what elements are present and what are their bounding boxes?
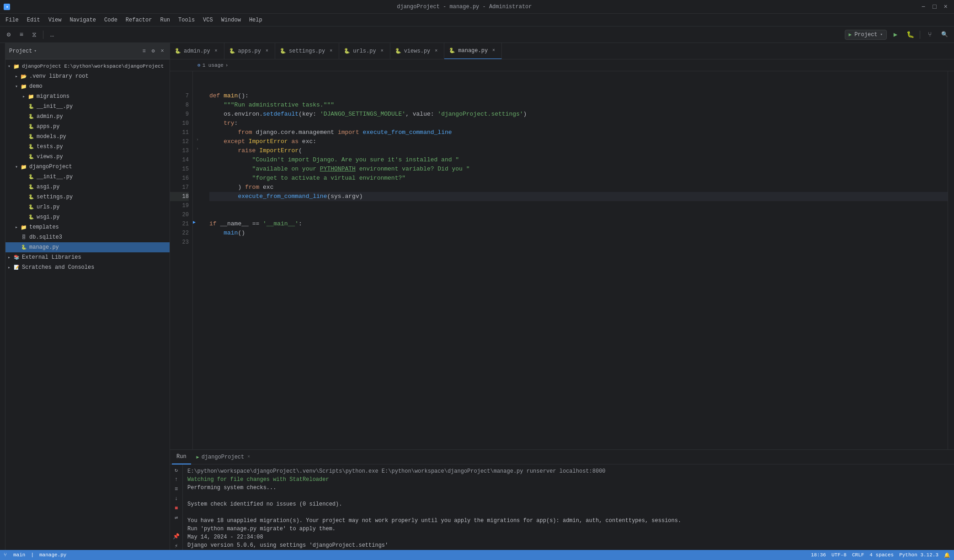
tree-item-tests[interactable]: ▸ 🐍 tests.py xyxy=(5,142,170,152)
terminal-stop-icon[interactable]: ■ xyxy=(172,504,181,512)
toolbar-more-icon[interactable]: … xyxy=(47,30,57,40)
terminal-down-icon[interactable]: ↓ xyxy=(172,495,181,502)
tree-item-admin[interactable]: ▸ 🐍 admin.py xyxy=(5,112,170,122)
menu-vcs[interactable]: VCS xyxy=(199,16,217,25)
tree-item-external[interactable]: ▸ 📚 External Libraries xyxy=(5,252,170,262)
run-config-dropdown[interactable]: ▶ Project ▾ xyxy=(845,30,887,40)
tree-item-asgi[interactable]: ▸ 🐍 asgi.py xyxy=(5,182,170,192)
tab-label-settings: settings.py xyxy=(289,48,325,54)
tab-close-apps[interactable]: × xyxy=(264,48,270,54)
toolbar-inspect-icon[interactable]: ⧖ xyxy=(29,30,39,40)
window-controls[interactable]: − □ × xyxy=(919,3,950,11)
menu-navigate[interactable]: Navigate xyxy=(66,16,100,25)
tree-label-external: External Libraries xyxy=(22,254,170,261)
panel-dropdown-arrow[interactable]: ▾ xyxy=(34,48,36,53)
tab-settings[interactable]: 🐍 settings.py × xyxy=(275,43,339,59)
tree-item-djangoproj[interactable]: ▾ 📁 djangoProject xyxy=(5,162,170,172)
minimize-button[interactable]: − xyxy=(919,3,928,11)
tab-apps[interactable]: 🐍 apps.py × xyxy=(224,43,275,59)
ln-11: 11 xyxy=(170,128,189,137)
menu-code[interactable]: Code xyxy=(101,16,121,25)
menu-file[interactable]: File xyxy=(2,16,22,25)
code-docstring: """Run administrative tasks.""" xyxy=(209,101,334,110)
menu-window[interactable]: Window xyxy=(218,16,245,25)
menu-edit[interactable]: Edit xyxy=(23,16,44,25)
usage-collapse-icon[interactable]: › xyxy=(225,63,229,68)
menu-help[interactable]: Help xyxy=(245,16,266,25)
tab-close-manage[interactable]: × xyxy=(490,48,497,54)
code-param-val: value xyxy=(413,110,431,119)
tab-close-admin[interactable]: × xyxy=(213,48,219,54)
terminal-filter-icon[interactable]: ⚡ xyxy=(172,542,181,550)
status-encoding[interactable]: UTF-8 xyxy=(831,552,847,558)
g-blank2 xyxy=(193,80,202,90)
status-line-sep[interactable]: CRLF xyxy=(852,552,864,558)
tab-close-settings[interactable]: × xyxy=(328,48,334,54)
tree-item-root[interactable]: ▾ 📁 djangoProject E:\python\workspace\dj… xyxy=(5,61,170,71)
terminal-wrap-icon[interactable]: ⇌ xyxy=(172,514,181,522)
tree-item-scratches[interactable]: ▸ 📝 Scratches and Consoles xyxy=(5,262,170,272)
terminal-up-icon[interactable]: ↑ xyxy=(172,476,181,484)
status-line-col[interactable]: 18:36 xyxy=(811,552,826,558)
tree-item-models[interactable]: ▸ 🐍 models.py xyxy=(5,132,170,142)
tab-urls[interactable]: 🐍 urls.py × xyxy=(339,43,390,59)
tree-item-venv[interactable]: ▸ 📂 .venv library root xyxy=(5,71,170,81)
tree-item-db[interactable]: ▸ 🗄 db.sqlite3 xyxy=(5,232,170,242)
code-line-14: "Couldn't import Django. Are you sure it… xyxy=(209,155,948,165)
code-django-settings: 'DJANGO_SETTINGS_MODULE' xyxy=(320,110,405,119)
panel-gear-icon[interactable]: ⚙ xyxy=(149,48,157,55)
tab-manage[interactable]: 🐍 manage.py × xyxy=(444,43,502,59)
status-notifications-icon[interactable]: 🔔 xyxy=(944,552,950,558)
menu-tools[interactable]: Tools xyxy=(175,16,198,25)
gutter-area: › › ▶ xyxy=(193,71,202,449)
tab-close-views[interactable]: × xyxy=(433,48,439,54)
tab-admin[interactable]: 🐍 admin.py × xyxy=(170,43,224,59)
tree-item-views[interactable]: ▸ 🐍 views.py xyxy=(5,152,170,162)
tree-item-init2[interactable]: ▸ 🐍 __init__.py xyxy=(5,172,170,182)
code-importerror2: ImportError xyxy=(259,146,298,155)
terminal-pin-icon[interactable]: 📌 xyxy=(172,533,181,540)
status-python[interactable]: Python 3.12.3 xyxy=(899,552,938,558)
tree-icon-asgi: 🐍 xyxy=(27,183,35,191)
close-button[interactable]: × xyxy=(941,3,950,11)
terminal-migrations-line: You have 18 unapplied migration(s). Your… xyxy=(187,517,949,525)
git-button[interactable]: ⑂ xyxy=(924,29,936,41)
tree-item-init-demo[interactable]: ▸ 🐍 __init__.py xyxy=(5,101,170,112)
tree-item-urls[interactable]: ▸ 🐍 urls.py xyxy=(5,202,170,212)
tree-item-templates[interactable]: ▸ 📁 templates xyxy=(5,222,170,232)
tree-item-apps[interactable]: ▸ 🐍 apps.py xyxy=(5,122,170,132)
maximize-button[interactable]: □ xyxy=(930,3,939,11)
tree-item-migrations[interactable]: ▸ 📁 migrations xyxy=(5,91,170,101)
bottom-tab-djangoproj[interactable]: ▶ djangoProject × xyxy=(192,450,255,464)
bottom-tab-close-djangoproj[interactable]: × xyxy=(247,454,250,459)
toolbar-settings-icon[interactable]: ⚙ xyxy=(4,30,14,40)
menu-run[interactable]: Run xyxy=(156,16,174,25)
fold-indicator-12[interactable]: › xyxy=(196,138,198,142)
tree-item-settings[interactable]: ▸ 🐍 settings.py xyxy=(5,192,170,202)
code-colon-except: : xyxy=(313,137,316,146)
tree-label-init-demo: __init__.py xyxy=(37,103,170,110)
terminal-scroll-icon[interactable]: ≡ xyxy=(172,485,181,493)
tree-item-demo[interactable]: ▾ 📁 demo xyxy=(5,81,170,91)
ln-17: 17 xyxy=(170,183,189,192)
debug-button[interactable]: 🐛 xyxy=(904,29,916,41)
status-indent[interactable]: 4 spaces xyxy=(869,552,894,558)
terminal-restart-icon[interactable]: ↻ xyxy=(172,466,181,474)
tree-item-manage[interactable]: ▸ 🐍 manage.py xyxy=(5,242,170,252)
code-content-blank6 xyxy=(209,82,213,91)
code-sys: sys xyxy=(330,192,341,201)
run-button[interactable]: ▶ xyxy=(890,29,901,41)
menu-refactor[interactable]: Refactor xyxy=(122,16,156,25)
tree-item-wsgi[interactable]: ▸ 🐍 wsgi.py xyxy=(5,212,170,222)
panel-close-icon[interactable]: × xyxy=(159,48,166,55)
panel-collapse-icon[interactable]: ≡ xyxy=(140,48,148,55)
search-everywhere-button[interactable]: 🔍 xyxy=(938,29,950,41)
code-editor[interactable]: def main(): """Run administrative tasks.… xyxy=(202,71,948,449)
tab-close-urls[interactable]: × xyxy=(379,48,385,54)
toolbar-build-icon[interactable]: ≡ xyxy=(16,30,27,40)
bottom-tab-run[interactable]: Run xyxy=(172,450,191,464)
tab-views[interactable]: 🐍 views.py × xyxy=(390,43,445,59)
menu-view[interactable]: View xyxy=(45,16,65,25)
usage-text: 1 usage xyxy=(203,63,224,68)
fold-indicator-13[interactable]: › xyxy=(196,147,198,151)
